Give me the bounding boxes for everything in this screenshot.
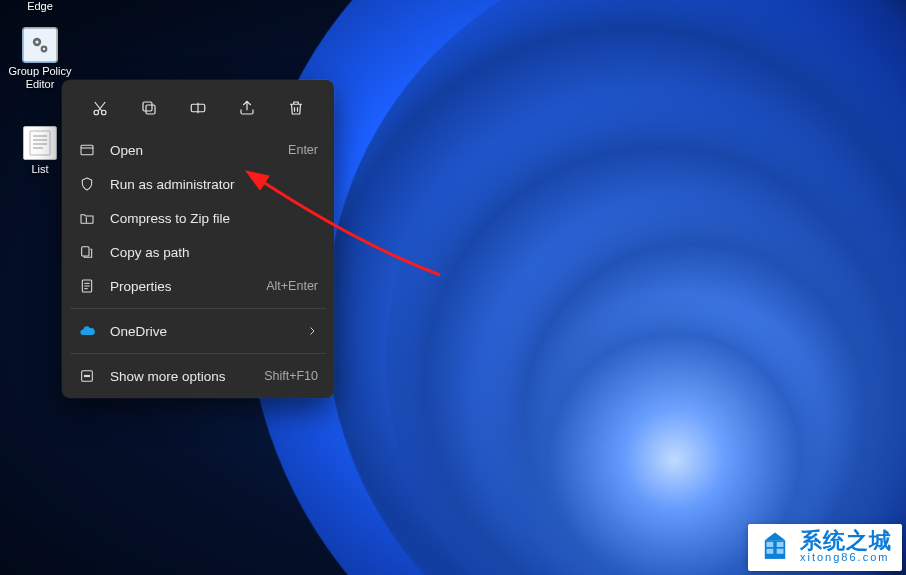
svg-point-25 xyxy=(86,375,87,376)
menu-item-label: Compress to Zip file xyxy=(110,211,318,226)
context-menu-action-row xyxy=(62,85,334,133)
menu-item-shortcut: Enter xyxy=(288,143,318,157)
desktop-icon-label: Edge xyxy=(27,0,53,13)
cut-button[interactable] xyxy=(83,93,117,123)
watermark-title: 系统之城 xyxy=(800,529,892,552)
svg-rect-15 xyxy=(81,145,93,154)
menu-item-label: OneDrive xyxy=(110,324,292,339)
svg-point-9 xyxy=(94,110,99,115)
cut-icon xyxy=(91,99,109,117)
menu-item-shortcut: Shift+F10 xyxy=(264,369,318,383)
svg-point-26 xyxy=(88,375,89,376)
menu-item-shortcut: Alt+Enter xyxy=(266,279,318,293)
menu-item-label: Properties xyxy=(110,279,252,294)
svg-point-3 xyxy=(43,48,45,50)
svg-rect-11 xyxy=(146,105,155,114)
menu-item-label: Open xyxy=(110,143,274,158)
copy-path-icon xyxy=(78,243,96,261)
share-button[interactable] xyxy=(230,93,264,123)
text-file-icon xyxy=(23,126,57,160)
svg-point-24 xyxy=(84,375,85,376)
desktop-icon-label: List xyxy=(31,163,48,176)
svg-rect-31 xyxy=(777,548,784,553)
onedrive-menu-item[interactable]: OneDrive xyxy=(62,314,334,348)
open-icon xyxy=(78,141,96,159)
copy-icon xyxy=(140,99,158,117)
watermark: 系统之城 xitong86.com xyxy=(748,524,902,571)
watermark-logo-icon xyxy=(758,530,792,564)
menu-divider xyxy=(70,353,326,354)
copy-button[interactable] xyxy=(132,93,166,123)
svg-rect-12 xyxy=(143,102,152,111)
show-more-options-menu-item[interactable]: Show more options Shift+F10 xyxy=(62,359,334,393)
rename-button[interactable] xyxy=(181,93,215,123)
gears-icon xyxy=(23,28,57,62)
share-icon xyxy=(238,99,256,117)
context-menu: Open Enter Run as administrator Compress… xyxy=(62,80,334,398)
svg-rect-29 xyxy=(777,542,784,547)
chevron-right-icon xyxy=(306,325,318,337)
open-menu-item[interactable]: Open Enter xyxy=(62,133,334,167)
menu-item-label: Show more options xyxy=(110,369,250,384)
menu-item-label: Copy as path xyxy=(110,245,318,260)
svg-rect-18 xyxy=(82,247,89,256)
run-as-administrator-menu-item[interactable]: Run as administrator xyxy=(62,167,334,201)
delete-icon xyxy=(287,99,305,117)
copy-as-path-menu-item[interactable]: Copy as path xyxy=(62,235,334,269)
watermark-url: xitong86.com xyxy=(800,552,892,564)
properties-icon xyxy=(78,277,96,295)
zip-icon xyxy=(78,209,96,227)
menu-divider xyxy=(70,308,326,309)
svg-rect-28 xyxy=(767,542,774,547)
shield-icon xyxy=(78,175,96,193)
delete-button[interactable] xyxy=(279,93,313,123)
svg-rect-30 xyxy=(767,548,774,553)
svg-point-10 xyxy=(102,110,107,115)
onedrive-icon xyxy=(78,322,96,340)
compress-zip-menu-item[interactable]: Compress to Zip file xyxy=(62,201,334,235)
desktop-icon-edge[interactable]: Edge xyxy=(4,0,76,13)
properties-menu-item[interactable]: Properties Alt+Enter xyxy=(62,269,334,303)
menu-item-label: Run as administrator xyxy=(110,177,318,192)
svg-point-1 xyxy=(35,40,38,43)
svg-rect-4 xyxy=(30,131,50,155)
more-icon xyxy=(78,367,96,385)
rename-icon xyxy=(189,99,207,117)
